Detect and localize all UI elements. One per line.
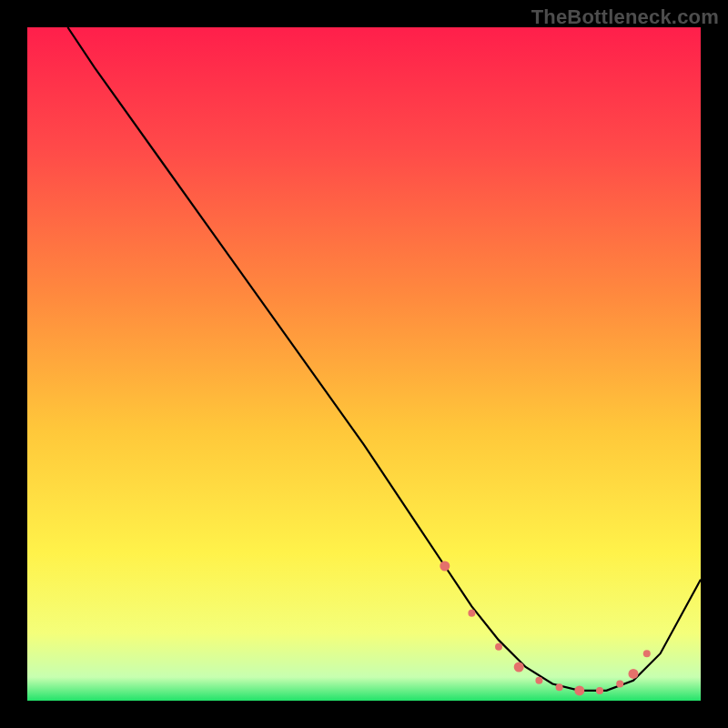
marker-dot: [643, 650, 651, 657]
marker-dot: [574, 685, 584, 695]
chart-canvas: TheBottleneck.com: [0, 0, 728, 728]
watermark-text: TheBottleneck.com: [531, 5, 719, 29]
marker-dot: [514, 662, 524, 672]
marker-dot: [440, 561, 450, 571]
marker-dot: [535, 677, 542, 684]
marker-dot: [596, 687, 603, 694]
plot-area: [27, 27, 701, 701]
marker-dot: [556, 683, 563, 691]
marker-dot: [629, 669, 639, 679]
marker-dot: [616, 681, 623, 688]
marker-dot: [495, 643, 502, 651]
gradient-background: [27, 27, 701, 701]
marker-dot: [468, 610, 475, 617]
chart-svg: [27, 27, 701, 701]
